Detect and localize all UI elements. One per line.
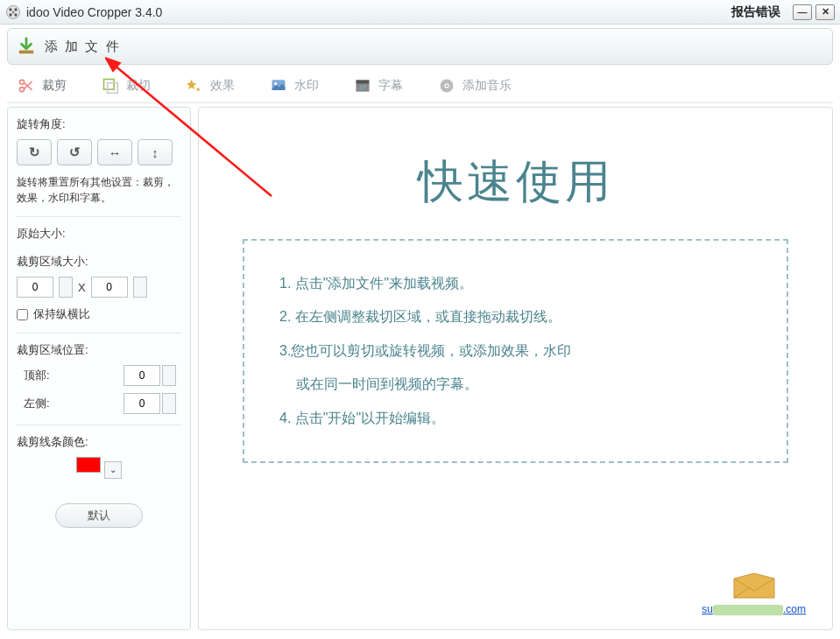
- svg-point-3: [9, 13, 11, 16]
- svg-point-1: [9, 8, 11, 11]
- app-logo-icon: [5, 4, 21, 20]
- svg-point-12: [274, 81, 277, 84]
- svg-point-18: [446, 85, 448, 87]
- svg-point-4: [14, 13, 17, 16]
- tab-cut[interactable]: 裁切: [91, 72, 175, 100]
- tab-effect[interactable]: 效果: [175, 72, 259, 100]
- download-icon: [17, 37, 36, 56]
- svg-text:ST: ST: [359, 85, 366, 90]
- tab-subtitle[interactable]: ST 字幕: [343, 72, 427, 100]
- top-spinner[interactable]: [162, 365, 176, 386]
- crop-height-input[interactable]: [91, 277, 128, 298]
- disc-icon: [438, 77, 455, 95]
- left-input[interactable]: [124, 393, 160, 414]
- svg-point-8: [20, 87, 25, 91]
- titlebar: idoo Video Cropper 3.4.0 报告错误 — ✕: [0, 0, 840, 25]
- keep-ratio-label: 保持纵横比: [33, 306, 90, 322]
- step-1: 1. 点击"添加文件"来加载视频。: [279, 267, 752, 300]
- keep-ratio-checkbox[interactable]: [17, 309, 28, 320]
- color-section: 裁剪线条颜色: ⌄: [17, 434, 181, 489]
- quick-use-steps: 1. 点击"添加文件"来加载视频。 2. 在左侧调整裁切区域，或直接拖动裁切线。…: [243, 239, 788, 463]
- step-4: 4. 点击"开始"以开始编辑。: [279, 402, 752, 435]
- add-file-button[interactable]: 添 加 文 件: [7, 28, 833, 65]
- svg-point-7: [20, 80, 25, 84]
- step-3: 3.您也可以剪切或旋转视频，或添加效果，水印 或在同一时间到视频的字幕。: [279, 334, 752, 402]
- image-icon: [270, 77, 287, 95]
- cut-icon: [102, 77, 119, 95]
- svg-rect-14: [356, 80, 370, 83]
- flip-vertical-button[interactable]: ↕: [138, 139, 173, 165]
- svg-point-2: [14, 8, 17, 11]
- rotate-title: 旋转角度:: [17, 116, 181, 132]
- left-spinner[interactable]: [162, 393, 176, 414]
- original-size-label: 原始大小:: [17, 226, 181, 242]
- clapperboard-icon: ST: [354, 77, 371, 95]
- stars-icon: [186, 77, 203, 95]
- rotate-cw-button[interactable]: ↻: [17, 139, 52, 165]
- close-button[interactable]: ✕: [815, 4, 835, 20]
- size-section: 原始大小: 裁剪区域大小: X 保持纵横比: [17, 226, 181, 334]
- tab-crop[interactable]: 裁剪: [7, 72, 91, 100]
- settings-sidebar: 旋转角度: ↻ ↺ ↔ ↕ 旋转将重置所有其他设置：裁剪，效果，水印和字幕。 原…: [7, 107, 191, 630]
- tab-music[interactable]: 添加音乐: [427, 72, 536, 100]
- scissors-icon: [18, 77, 35, 95]
- height-spinner[interactable]: [133, 277, 147, 298]
- main-panel: 快速使用 1. 点击"添加文件"来加载视频。 2. 在左侧调整裁切区域，或直接拖…: [198, 107, 833, 630]
- crop-width-input[interactable]: [17, 277, 53, 298]
- crop-area-size-label: 裁剪区域大小:: [17, 254, 181, 270]
- tab-bar: 裁剪 裁切 效果 水印 ST 字幕 添加音乐: [7, 68, 833, 103]
- position-section: 裁剪区域位置: 顶部: 左侧:: [17, 342, 181, 425]
- crop-position-label: 裁剪区域位置:: [17, 342, 181, 358]
- envelope-icon: [732, 572, 776, 601]
- window-title: idoo Video Cropper 3.4.0: [26, 5, 162, 19]
- content-area: 旋转角度: ↻ ↺ ↔ ↕ 旋转将重置所有其他设置：裁剪，效果，水印和字幕。 原…: [0, 103, 840, 637]
- rotate-ccw-button[interactable]: ↺: [57, 139, 92, 165]
- left-label: 左侧:: [24, 396, 50, 411]
- blurred-email: [713, 605, 783, 615]
- rotate-note: 旋转将重置所有其他设置：裁剪，效果，水印和字幕。: [17, 174, 181, 206]
- line-color-label: 裁剪线条颜色:: [17, 434, 181, 450]
- quick-use-title: 快速使用: [216, 151, 815, 213]
- line-color-dropdown[interactable]: ⌄: [104, 461, 122, 479]
- tab-watermark[interactable]: 水印: [259, 72, 343, 100]
- minimize-button[interactable]: —: [793, 4, 812, 20]
- top-label: 顶部:: [24, 368, 50, 383]
- default-button[interactable]: 默认: [55, 503, 143, 528]
- contact-email-area[interactable]: su.com: [702, 572, 806, 615]
- svg-rect-10: [108, 82, 118, 93]
- svg-rect-9: [104, 79, 115, 89]
- line-color-swatch: [76, 457, 101, 473]
- flip-horizontal-button[interactable]: ↔: [97, 139, 132, 165]
- svg-point-5: [12, 11, 15, 13]
- report-error-link[interactable]: 报告错误: [731, 4, 780, 20]
- width-spinner[interactable]: [59, 277, 73, 298]
- rotate-section: 旋转角度: ↻ ↺ ↔ ↕ 旋转将重置所有其他设置：裁剪，效果，水印和字幕。: [17, 116, 181, 217]
- add-file-label: 添 加 文 件: [45, 39, 121, 55]
- svg-rect-6: [19, 51, 34, 54]
- top-input[interactable]: [124, 365, 160, 386]
- step-2: 2. 在左侧调整裁切区域，或直接拖动裁切线。: [279, 300, 752, 334]
- support-email-link[interactable]: su.com: [702, 603, 806, 615]
